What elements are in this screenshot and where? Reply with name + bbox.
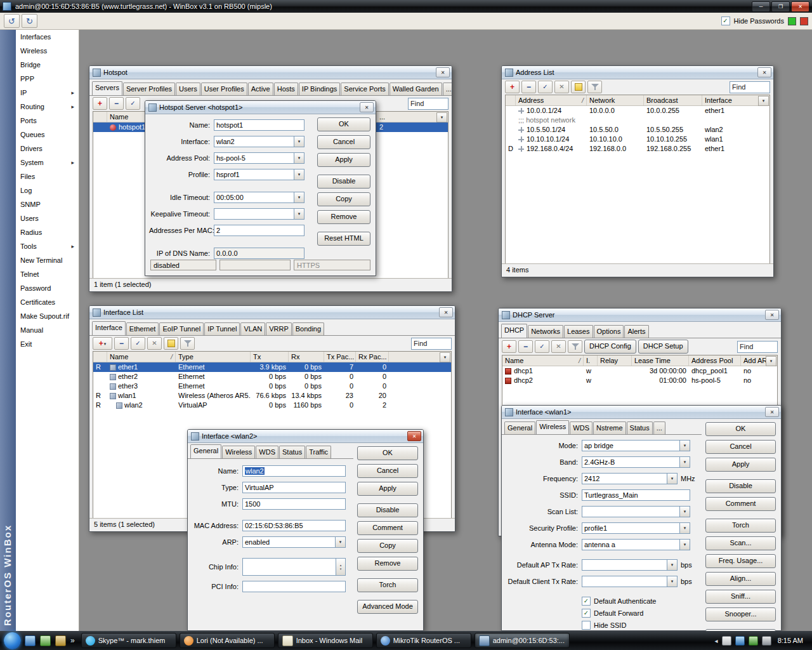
type-column-header[interactable]: Type (176, 352, 251, 362)
keepalive-timeout-combo[interactable] (214, 208, 294, 220)
disable-icon[interactable]: ✕ (551, 340, 566, 353)
name-column-header[interactable]: Name/ (502, 355, 584, 366)
sidebar-item-drivers[interactable]: Drivers (16, 142, 79, 156)
tab-wireless[interactable]: Wireless (222, 446, 255, 458)
tab-traffic[interactable]: Traffic (306, 446, 331, 458)
profile-combo[interactable]: hsprof1 (214, 169, 294, 180)
hotspot-server-titlebar[interactable]: Hotspot Server <hotspot1> ✕ (145, 101, 376, 114)
sidebar-item-radius[interactable]: Radius (16, 225, 79, 239)
apply-button[interactable]: Apply (705, 458, 776, 472)
tray-icon[interactable] (722, 636, 731, 646)
filter-icon[interactable] (180, 337, 195, 350)
interface-combo[interactable]: wlan2 (214, 136, 294, 147)
close-icon[interactable]: ✕ (360, 102, 374, 112)
tab-options[interactable]: Options (594, 325, 624, 338)
volume-icon[interactable] (762, 636, 771, 646)
scan-button[interactable]: Scan... (705, 536, 776, 550)
lease-time-column-header[interactable]: Lease Time (632, 355, 689, 366)
table-row[interactable]: dhcp2 w 01:00:00 hs-pool-5 no (502, 376, 777, 385)
type-input[interactable]: VirtualAP (242, 482, 346, 493)
tab-general[interactable]: General (190, 444, 221, 459)
copy-button[interactable]: Copy (317, 192, 370, 206)
sidebar-item-ports[interactable]: Ports (16, 114, 79, 128)
tab-ethernet[interactable]: Ethernet (126, 322, 159, 335)
table-row[interactable]: ether2 Ethernet 0 bps 0 bps 0 0 (93, 372, 451, 381)
tab-servers[interactable]: Servers (92, 81, 122, 96)
add-icon[interactable]: + (502, 340, 516, 353)
band-combo[interactable]: 2.4GHz-B (582, 456, 680, 468)
sidebar-item-bridge[interactable]: Bridge (16, 58, 79, 72)
rx-packet-column-header[interactable]: Rx Pac... (356, 352, 389, 362)
name-column-header[interactable]: Name/ (107, 352, 176, 362)
tab-status[interactable]: Status (627, 421, 653, 434)
spinner-icon[interactable]: ▴▾ (336, 559, 345, 575)
tab-vrrp[interactable]: VRRP (266, 322, 292, 335)
interface-wlan2-titlebar[interactable]: Interface <wlan2> ✕ (188, 430, 423, 443)
flag-column-header[interactable] (93, 352, 107, 362)
tab-wireless[interactable]: Wireless (536, 420, 569, 435)
dropdown-arrow-icon[interactable]: ▾ (294, 152, 304, 164)
tab-ip-tunnel[interactable]: IP Tunnel (204, 322, 240, 335)
checkbox-checked-icon[interactable]: ✓ (582, 597, 591, 606)
column-select-icon[interactable]: ▾ (758, 96, 769, 106)
dropdown-arrow-icon[interactable]: ▾ (667, 576, 678, 587)
tab-dhcp[interactable]: DHCP (501, 324, 527, 338)
tab-leases[interactable]: Leases (564, 325, 593, 338)
torch-button[interactable]: Torch (357, 578, 418, 592)
find-box[interactable]: Find (737, 341, 778, 353)
dropdown-arrow-icon[interactable]: ▾ (294, 136, 304, 147)
sidebar-item-telnet[interactable]: Telnet (16, 267, 79, 281)
tab-interface[interactable]: Interface (92, 321, 126, 336)
table-row[interactable]: 10.5.50.1/24 10.5.50.0 10.5.50.255 wlan2 (506, 125, 769, 135)
app-titlebar[interactable]: admin@00:15:6D:53:86:B5 (www.turtlegrass… (0, 0, 812, 13)
tab-general[interactable]: General (504, 421, 535, 434)
sidebar-item-certificates[interactable]: Certificates (16, 295, 79, 309)
name-input[interactable]: hotspot1 (214, 119, 304, 131)
sidebar-item-users[interactable]: Users (16, 211, 79, 225)
idle-timeout-combo[interactable]: 00:05:00 (214, 192, 294, 203)
disable-icon[interactable]: ✕ (554, 81, 569, 93)
sidebar-item-system[interactable]: System▸ (16, 156, 79, 169)
default-client-tx-rate-combo[interactable] (582, 576, 667, 587)
dropdown-arrow-icon[interactable]: ▾ (294, 208, 304, 220)
flag-column-header[interactable] (506, 95, 516, 105)
minimize-button[interactable]: ─ (752, 1, 770, 12)
sidebar-item-tools[interactable]: Tools▸ (16, 239, 79, 253)
address-list-titlebar[interactable]: Address List ✕ (502, 66, 773, 79)
dhcp-setup-button[interactable]: DHCP Setup (638, 340, 688, 354)
sidebar-item-ip[interactable]: IP▸ (16, 86, 79, 100)
table-row[interactable]: 10.10.10.1/24 10.10.10.0 10.10.10.255 wl… (506, 135, 769, 144)
dropdown-arrow-icon[interactable]: ▾ (667, 559, 678, 571)
close-icon[interactable]: ✕ (407, 431, 421, 441)
redo-icon[interactable]: ↻ (22, 14, 37, 28)
interface-wlan1-titlebar[interactable]: Interface <wlan1> ✕ (502, 406, 781, 419)
clock[interactable]: 8:15 AM (775, 637, 806, 644)
sidebar-item-wireless[interactable]: Wireless (16, 44, 79, 58)
relay-column-header[interactable]: Relay (598, 355, 632, 366)
dropdown-arrow-icon[interactable]: ▾ (680, 506, 690, 517)
quick-launch-icon[interactable] (55, 635, 66, 646)
sidebar-item-snmp[interactable]: SNMP (16, 197, 79, 211)
dns-name-input[interactable]: 0.0.0.0 (214, 248, 304, 259)
tray-expand-icon[interactable]: ◂ (715, 637, 718, 644)
taskbar-item-winbox[interactable]: admin@00:15:6D:53:... (475, 633, 570, 648)
column-select-icon[interactable]: ▾ (766, 356, 776, 366)
ok-button[interactable]: OK (705, 422, 776, 436)
tab-nstreme[interactable]: Nstreme (593, 421, 626, 434)
add-dropdown-icon[interactable]: +▾ (93, 337, 112, 350)
sniff-button[interactable]: Sniff... (705, 590, 776, 604)
sidebar-item-interfaces[interactable]: Interfaces (16, 30, 79, 44)
tab-eoip-tunnel[interactable]: EoIP Tunnel (159, 322, 204, 335)
dropdown-arrow-icon[interactable]: ▾ (680, 456, 690, 468)
copy-button[interactable]: Copy (357, 539, 418, 553)
table-row[interactable]: dhcp1 w 3d 00:00:00 dhcp_pool1 no (502, 366, 777, 376)
column-select-icon[interactable]: ▾ (440, 352, 450, 362)
tab-more[interactable]: ... (653, 421, 665, 434)
chip-info-box[interactable]: ▴▾ (242, 558, 346, 576)
table-row[interactable]: D 192.168.0.4/24 192.168.0.0 192.168.0.2… (506, 144, 769, 154)
rx-column-header[interactable]: Rx (289, 352, 324, 362)
taskbar-item-skype[interactable]: Skype™ - mark.thiem (81, 633, 176, 648)
add-icon[interactable]: + (505, 81, 520, 93)
add-icon[interactable]: + (93, 97, 107, 110)
antenna-mode-combo[interactable]: antenna a (582, 539, 680, 550)
